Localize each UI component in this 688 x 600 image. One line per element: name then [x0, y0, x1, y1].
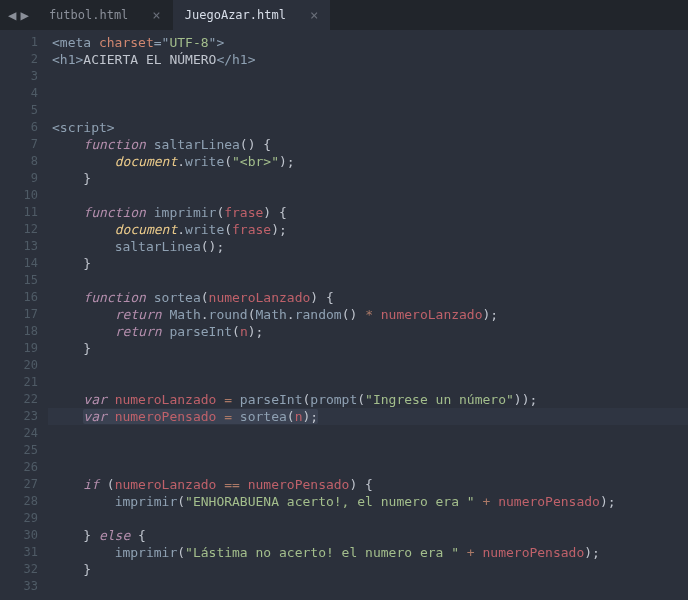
- code-line[interactable]: <script>: [48, 119, 688, 136]
- line-number: 3: [0, 68, 48, 85]
- code-line[interactable]: return parseInt(n);: [48, 323, 688, 340]
- line-number: 18: [0, 323, 48, 340]
- code-line[interactable]: [48, 68, 688, 85]
- line-number: 2: [0, 51, 48, 68]
- code-line[interactable]: [48, 425, 688, 442]
- line-number: 23: [0, 408, 48, 425]
- code-line[interactable]: <h1>ACIERTA EL NÚMERO</h1>: [48, 51, 688, 68]
- line-number: 33: [0, 578, 48, 595]
- code-line[interactable]: }: [48, 255, 688, 272]
- code-line[interactable]: [48, 510, 688, 527]
- line-number: 30: [0, 527, 48, 544]
- line-number: 31: [0, 544, 48, 561]
- code-line[interactable]: [48, 85, 688, 102]
- code-line[interactable]: }: [48, 170, 688, 187]
- line-number: 9: [0, 170, 48, 187]
- line-number: 21: [0, 374, 48, 391]
- code-line[interactable]: [48, 459, 688, 476]
- nav-forward-icon[interactable]: ▶: [20, 7, 28, 23]
- line-number: 8: [0, 153, 48, 170]
- line-number: 16: [0, 289, 48, 306]
- line-gutter: 1234567891011121314151617181920212223242…: [0, 30, 48, 600]
- code-line[interactable]: function imprimir(frase) {: [48, 204, 688, 221]
- code-line[interactable]: imprimir("Lástima no acerto! el numero e…: [48, 544, 688, 561]
- line-number: 25: [0, 442, 48, 459]
- close-icon[interactable]: ×: [310, 7, 318, 23]
- code-line[interactable]: var numeroLanzado = parseInt(prompt("Ing…: [48, 391, 688, 408]
- line-number: 27: [0, 476, 48, 493]
- code-line[interactable]: [48, 357, 688, 374]
- line-number: 29: [0, 510, 48, 527]
- line-number: 13: [0, 238, 48, 255]
- tab-label: JuegoAzar.html: [185, 8, 286, 22]
- line-number: 20: [0, 357, 48, 374]
- line-number: 17: [0, 306, 48, 323]
- code-line[interactable]: return Math.round(Math.random() * numero…: [48, 306, 688, 323]
- code-line[interactable]: [48, 187, 688, 204]
- code-line[interactable]: } else {: [48, 527, 688, 544]
- titlebar: ◀ ▶ futbol.html × JuegoAzar.html ×: [0, 0, 688, 30]
- line-number: 22: [0, 391, 48, 408]
- code-line[interactable]: document.write("<br>");: [48, 153, 688, 170]
- line-number: 6: [0, 119, 48, 136]
- code-line[interactable]: document.write(frase);: [48, 221, 688, 238]
- line-number: 12: [0, 221, 48, 238]
- line-number: 7: [0, 136, 48, 153]
- line-number: 11: [0, 204, 48, 221]
- line-number: 4: [0, 85, 48, 102]
- line-number: 28: [0, 493, 48, 510]
- tab-futbol[interactable]: futbol.html ×: [37, 0, 173, 30]
- nav-arrows: ◀ ▶: [0, 7, 37, 23]
- code-line[interactable]: [48, 578, 688, 595]
- code-line[interactable]: [48, 442, 688, 459]
- code-area[interactable]: <meta charset="UTF-8"><h1>ACIERTA EL NÚM…: [48, 30, 688, 600]
- line-number: 15: [0, 272, 48, 289]
- close-icon[interactable]: ×: [152, 7, 160, 23]
- line-number: 32: [0, 561, 48, 578]
- code-line[interactable]: [48, 102, 688, 119]
- line-number: 5: [0, 102, 48, 119]
- code-line[interactable]: function saltarLinea() {: [48, 136, 688, 153]
- tab-bar: futbol.html × JuegoAzar.html ×: [37, 0, 331, 30]
- line-number: 19: [0, 340, 48, 357]
- code-line[interactable]: saltarLinea();: [48, 238, 688, 255]
- editor: 1234567891011121314151617181920212223242…: [0, 30, 688, 600]
- line-number: 10: [0, 187, 48, 204]
- nav-back-icon[interactable]: ◀: [8, 7, 16, 23]
- code-line[interactable]: <meta charset="UTF-8">: [48, 34, 688, 51]
- code-line[interactable]: function sortea(numeroLanzado) {: [48, 289, 688, 306]
- line-number: 14: [0, 255, 48, 272]
- text-selection: var numeroPensado = sortea(n);: [83, 409, 318, 424]
- code-line[interactable]: var numeroPensado = sortea(n);: [48, 408, 688, 425]
- line-number: 24: [0, 425, 48, 442]
- code-line[interactable]: }: [48, 561, 688, 578]
- code-line[interactable]: [48, 374, 688, 391]
- code-line[interactable]: [48, 272, 688, 289]
- line-number: 26: [0, 459, 48, 476]
- tab-label: futbol.html: [49, 8, 128, 22]
- code-line[interactable]: }: [48, 340, 688, 357]
- code-line[interactable]: imprimir("ENHORABUENA acerto!, el numero…: [48, 493, 688, 510]
- tab-juegoazar[interactable]: JuegoAzar.html ×: [173, 0, 331, 30]
- line-number: 1: [0, 34, 48, 51]
- code-line[interactable]: if (numeroLanzado == numeroPensado) {: [48, 476, 688, 493]
